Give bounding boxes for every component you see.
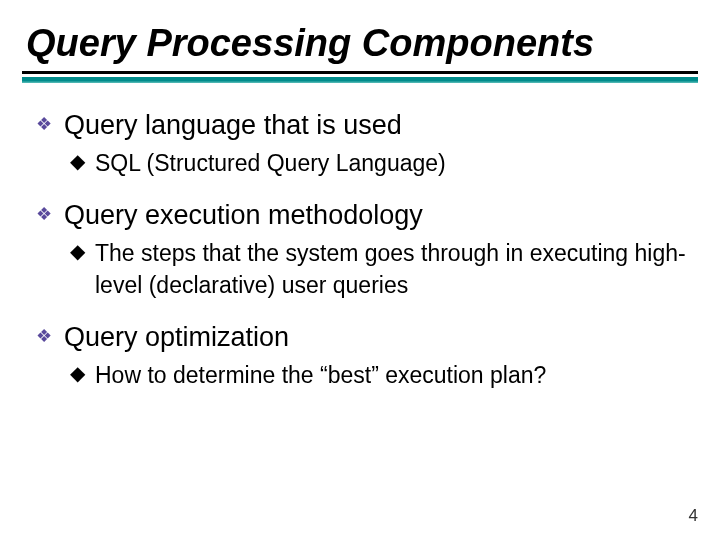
dot-bullet-icon: ◆ [70,359,85,387]
slide: Query Processing Components ❖ Query lang… [0,0,720,540]
bullet-text: SQL (Structured Query Language) [95,147,446,179]
title-divider [22,71,698,83]
diamond-bullet-icon: ❖ [36,109,52,139]
bullet-level1: ❖ Query language that is used [36,109,690,141]
diamond-bullet-icon: ❖ [36,199,52,229]
page-number: 4 [689,506,698,526]
bullet-level2: ◆ The steps that the system goes through… [70,237,690,301]
slide-body: ❖ Query language that is used ◆ SQL (Str… [0,83,720,391]
bullet-text: The steps that the system goes through i… [95,237,690,301]
slide-title: Query Processing Components [0,0,720,71]
bullet-level2: ◆ How to determine the “best” execution … [70,359,690,391]
bullet-text: How to determine the “best” execution pl… [95,359,546,391]
dot-bullet-icon: ◆ [70,147,85,175]
bullet-level1: ❖ Query execution methodology [36,199,690,231]
bullet-text: Query execution methodology [64,199,423,231]
bullet-text: Query language that is used [64,109,402,141]
dot-bullet-icon: ◆ [70,237,85,265]
bullet-level2: ◆ SQL (Structured Query Language) [70,147,690,179]
diamond-bullet-icon: ❖ [36,321,52,351]
bullet-level1: ❖ Query optimization [36,321,690,353]
bullet-text: Query optimization [64,321,289,353]
